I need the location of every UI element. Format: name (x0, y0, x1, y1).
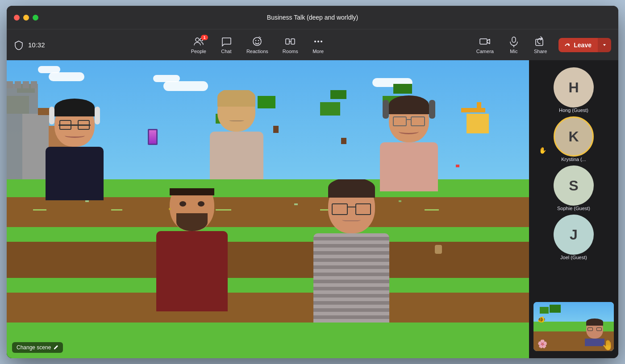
chat-icon (221, 36, 232, 47)
grass-layer-2 (7, 227, 529, 242)
shield-icon (14, 40, 24, 50)
avatar-krystina: K (554, 116, 594, 157)
battlement-1 (7, 81, 13, 88)
p3-glasses-r (411, 116, 425, 126)
fullscreen-button[interactable] (33, 15, 38, 21)
p4-hair (170, 188, 214, 195)
p1-glasses-r (78, 120, 90, 130)
battlement-4 (31, 81, 37, 88)
dash-5 (425, 209, 439, 211)
traffic-lights (14, 15, 38, 21)
participant-2-figure (203, 90, 270, 179)
change-scene-label: Change scene (17, 344, 51, 351)
p4-beard (176, 213, 208, 231)
p3-hair (389, 95, 429, 114)
p4-eye-l (179, 201, 186, 207)
share-button[interactable]: Share (528, 33, 553, 57)
participant-name-sophie: Sophie (Guest) (557, 206, 590, 211)
sidebar: H Hong (Guest) K ✋ Krystina (... S Sophi… (529, 60, 618, 358)
camera-button[interactable]: Camera (470, 33, 500, 57)
participant-4-figure (150, 188, 234, 314)
more-button[interactable]: More (306, 33, 330, 57)
pencil-icon (53, 345, 58, 350)
share-icon (535, 36, 546, 47)
svg-rect-5 (286, 39, 289, 44)
people-badge: 1 (201, 35, 208, 40)
svg-point-4 (258, 40, 259, 41)
dash-1 (33, 209, 46, 211)
svg-rect-6 (291, 39, 295, 44)
camera-label: Camera (476, 49, 494, 54)
avatar-hong: H (554, 67, 594, 108)
p4-eye-r (198, 201, 204, 207)
svg-rect-14 (536, 39, 543, 46)
participant-name-krystina: Krystina (... (561, 157, 586, 162)
thumb-glasses-l (588, 327, 593, 331)
battlement-3 (23, 81, 29, 88)
p1-hair (54, 99, 95, 116)
chevron-down-icon (602, 43, 607, 47)
rooms-button[interactable]: Rooms (276, 33, 304, 57)
participant-3-figure (373, 98, 445, 191)
more-icon (312, 36, 324, 47)
p3-glasses-bridge (406, 119, 411, 120)
cloud-1b (38, 66, 60, 73)
svg-point-8 (314, 41, 316, 42)
thumb-glasses-r (596, 327, 602, 331)
video-area: Change scene (7, 60, 529, 358)
p5-glasses-r (355, 203, 371, 215)
toolbar: 10:32 People 1 (7, 29, 618, 60)
participant-3-area (341, 90, 477, 191)
p4-body (156, 231, 228, 311)
mic-icon (508, 36, 520, 47)
grass-pixel-1 (85, 200, 89, 202)
reactions-label: Reactions (246, 49, 268, 54)
dirt-layer-2 (7, 242, 529, 277)
chat-label: Chat (221, 49, 231, 54)
avatar-sophie: S (554, 165, 594, 206)
close-button[interactable] (14, 15, 20, 21)
main-content: Change scene H Hong (Guest) K ✋ Krystina… (7, 60, 618, 358)
mic-button[interactable]: Mic (502, 33, 526, 57)
rooms-icon (284, 36, 296, 47)
grass-layer-4 (7, 323, 529, 358)
chat-button[interactable]: Chat (214, 33, 238, 57)
thumb-coral: 🌸 (538, 339, 547, 349)
svg-point-0 (196, 38, 199, 41)
leave-label: Leave (574, 41, 592, 49)
svg-point-10 (321, 41, 322, 42)
thumb-hand: 🤚 (602, 339, 614, 351)
p1-headphone-l (49, 107, 54, 124)
toolbar-center: People 1 Chat (185, 33, 330, 57)
scene-thumbnail[interactable]: 🌸 🐠 🤚 (533, 302, 614, 351)
p3-glasses-l (393, 116, 407, 126)
p3-headphone-r (429, 100, 435, 119)
p1-glasses-l (59, 120, 71, 130)
minimize-button[interactable] (23, 15, 29, 21)
battlement-2 (15, 81, 21, 88)
participant-2-area (179, 90, 294, 179)
people-button[interactable]: People 1 (185, 33, 212, 57)
leave-button[interactable]: Leave (558, 38, 598, 52)
rooms-label: Rooms (283, 49, 298, 54)
participant-4-area (127, 188, 258, 314)
p5-glasses-l (332, 203, 348, 215)
p4-earring (169, 208, 171, 210)
mic-label: Mic (510, 49, 517, 54)
leave-arrow-button[interactable] (598, 38, 611, 52)
svg-rect-12 (512, 37, 516, 42)
svg-rect-11 (480, 39, 487, 44)
tree-right-1 (320, 102, 340, 116)
p2-mouth (229, 118, 244, 121)
participant-5-area (278, 179, 425, 323)
p3-head (389, 98, 429, 142)
grass-layer-3 (7, 278, 529, 293)
change-scene-button[interactable]: Change scene (12, 342, 63, 353)
thumb-fish: 🐠 (538, 316, 545, 323)
p5-body (313, 233, 389, 323)
svg-point-2 (253, 37, 261, 46)
reactions-button[interactable]: Reactions (240, 33, 275, 57)
reactions-icon (251, 36, 263, 47)
dirt-layer-3 (7, 293, 529, 323)
dash-2 (111, 209, 122, 211)
